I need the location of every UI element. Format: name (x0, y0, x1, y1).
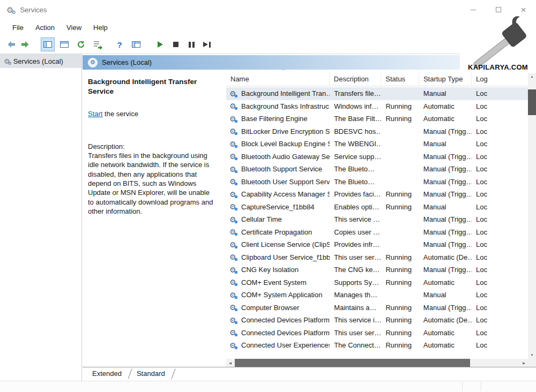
service-gear-icon: ⚙ (229, 153, 239, 160)
service-row[interactable]: ⚙Clipboard User Service_f1bb…This user s… (226, 251, 528, 264)
service-row[interactable]: ⚙COM+ Event SystemSupports Sy…RunningAut… (226, 276, 528, 289)
toolbar-separator (146, 44, 154, 45)
service-row[interactable]: ⚙Computer BrowserMaintains a…RunningManu… (226, 301, 528, 314)
service-row[interactable]: ⚙COM+ System ApplicationManages th…Manua… (226, 289, 528, 301)
menu-view[interactable]: View (61, 21, 87, 34)
service-row[interactable]: ⚙Background Tasks Infrastruc…Windows inf… (226, 100, 528, 113)
back-arrow-icon (6, 40, 16, 49)
service-name: CaptureService_f1bb84 (241, 203, 315, 211)
scroll-right-icon[interactable]: ▶ (520, 359, 528, 367)
service-startup-type-cell: Manual (Trigg… (419, 304, 472, 312)
service-name-cell: ⚙Capability Access Manager S… (226, 190, 330, 198)
service-row[interactable]: ⚙Base Filtering EngineThe Base Filt…Runn… (226, 112, 528, 125)
tree-item-services-local[interactable]: ⚙ Services (Local) (0, 54, 81, 68)
service-row[interactable]: ⚙Connected Devices Platform …This servic… (226, 314, 528, 327)
refresh-button[interactable] (74, 37, 88, 51)
service-row[interactable]: ⚙BitLocker Drive Encryption S…BDESVC hos… (226, 125, 528, 138)
service-status-cell: Running (381, 102, 419, 110)
service-log-on-as-cell: Loc (472, 266, 528, 274)
close-button[interactable]: × (511, 0, 536, 19)
minimize-button[interactable] (460, 0, 486, 19)
window-controls: × (460, 0, 536, 19)
start-service-link[interactable]: Start (88, 110, 102, 118)
maximize-button[interactable] (486, 0, 511, 19)
menu-action[interactable]: Action (29, 21, 61, 34)
service-gear-icon: ⚙ (229, 102, 239, 110)
column-header-name[interactable]: Name (226, 72, 330, 86)
vertical-scrollbar-thumb[interactable] (528, 89, 536, 115)
properties-button[interactable] (57, 37, 71, 51)
service-row[interactable]: ⚙CNG Key IsolationThe CNG ke…RunningManu… (226, 263, 528, 276)
horizontal-scrollbar-thumb[interactable] (235, 359, 470, 367)
service-startup-type-cell: Automatic (419, 341, 472, 349)
show-console-tree-button[interactable] (41, 37, 55, 51)
service-description-cell: The Base Filt… (330, 115, 381, 123)
new-window-button[interactable] (129, 37, 143, 51)
vertical-scrollbar[interactable]: ▲ ▼ (528, 72, 536, 359)
service-gear-icon: ⚙ (229, 253, 239, 261)
tab-standard[interactable]: Standard (130, 367, 174, 381)
service-row[interactable]: ⚙Bluetooth User Support Serv…The Blueto…… (226, 176, 528, 189)
help-button[interactable]: ? (113, 37, 126, 51)
menu-file[interactable]: File (6, 21, 29, 34)
scroll-up-icon[interactable]: ▲ (528, 72, 536, 80)
service-name-cell: ⚙Block Level Backup Engine S… (226, 140, 330, 148)
column-header-status[interactable]: Status (381, 72, 419, 86)
service-log-on-as-cell: Loc (472, 316, 528, 324)
pause-service-button[interactable] (185, 38, 197, 51)
service-description-cell: The Blueto… (330, 165, 381, 173)
service-row[interactable]: ⚙Capability Access Manager S…Provides fa… (226, 188, 528, 201)
service-name: Bluetooth User Support Serv… (241, 178, 330, 186)
tree-item-label: Services (Local) (13, 57, 63, 65)
service-row[interactable]: ⚙Connected User Experiences …The Connect… (226, 339, 528, 352)
service-status-cell: Running (381, 266, 419, 274)
service-gear-icon: ⚙ (229, 241, 239, 248)
selected-service-title: Background Intelligent Transfer Service (88, 77, 215, 96)
restart-icon (203, 42, 211, 48)
column-header-description[interactable]: Description (330, 72, 381, 86)
service-gear-icon: ⚙ (229, 140, 239, 148)
toolbar-separator (107, 44, 113, 45)
column-header-log-on-as[interactable]: Log (472, 72, 528, 86)
service-name: BitLocker Drive Encryption S… (241, 127, 330, 135)
service-row[interactable]: ⚙Bluetooth Audio Gateway Se…Service supp… (226, 150, 528, 163)
service-row[interactable]: ⚙Client License Service (ClipSV…Provides… (226, 238, 528, 251)
service-row[interactable]: ⚙Background Intelligent Tran…Transfers f… (226, 87, 528, 100)
service-log-on-as-cell: Loc (472, 190, 528, 198)
service-row[interactable]: ⚙Block Level Backup Engine S…The WBENGI…… (226, 138, 528, 150)
service-name-cell: ⚙Bluetooth Support Service (226, 165, 330, 173)
tab-extended[interactable]: Extended (86, 367, 130, 381)
service-log-on-as-cell: Loc (472, 203, 528, 211)
service-startup-type-cell: Manual (Trigg… (419, 165, 472, 173)
service-name-cell: ⚙Base Filtering Engine (226, 115, 330, 123)
service-row[interactable]: ⚙CaptureService_f1bb84Enables opti…Runni… (226, 201, 528, 214)
forward-button[interactable] (18, 37, 32, 51)
service-row[interactable]: ⚙Bluetooth Support ServiceThe Blueto…Man… (226, 163, 528, 176)
horizontal-scrollbar[interactable]: ◀ ▶ (226, 359, 528, 367)
service-description-cell: Copies user … (330, 228, 381, 236)
toolbar: ? (0, 35, 536, 54)
service-description-cell: Enables opti… (330, 203, 381, 211)
restart-service-button[interactable] (201, 38, 213, 51)
menu-help[interactable]: Help (87, 21, 114, 34)
service-row[interactable]: ⚙Certificate PropagationCopies user …Man… (226, 226, 528, 239)
back-button[interactable] (4, 37, 18, 51)
service-status-cell: Running (381, 253, 419, 261)
service-row[interactable]: ⚙Cellular TimeThis service …Manual (Trig… (226, 213, 528, 226)
service-description-cell: Service supp… (330, 153, 381, 161)
service-name-cell: ⚙Certificate Propagation (226, 228, 330, 236)
services-header-icon: ⚙ (88, 58, 98, 67)
service-status-cell: Running (381, 341, 419, 349)
service-startup-type-cell: Automatic (De… (419, 253, 472, 261)
column-header-startup-type[interactable]: Startup Type (419, 72, 472, 86)
service-name-cell: ⚙Connected User Experiences … (226, 341, 330, 349)
service-row[interactable]: ⚙Connected Devices Platform …This user s… (226, 327, 528, 340)
service-gear-icon: ⚙ (229, 342, 239, 349)
scroll-down-icon[interactable]: ▼ (528, 351, 536, 359)
export-list-button[interactable] (91, 37, 105, 51)
service-description-cell: The CNG ke… (330, 266, 381, 274)
scroll-left-icon[interactable]: ◀ (226, 359, 234, 367)
stop-service-button[interactable] (170, 38, 182, 51)
start-service-button[interactable] (154, 38, 166, 51)
service-name: Clipboard User Service_f1bb… (241, 253, 330, 261)
